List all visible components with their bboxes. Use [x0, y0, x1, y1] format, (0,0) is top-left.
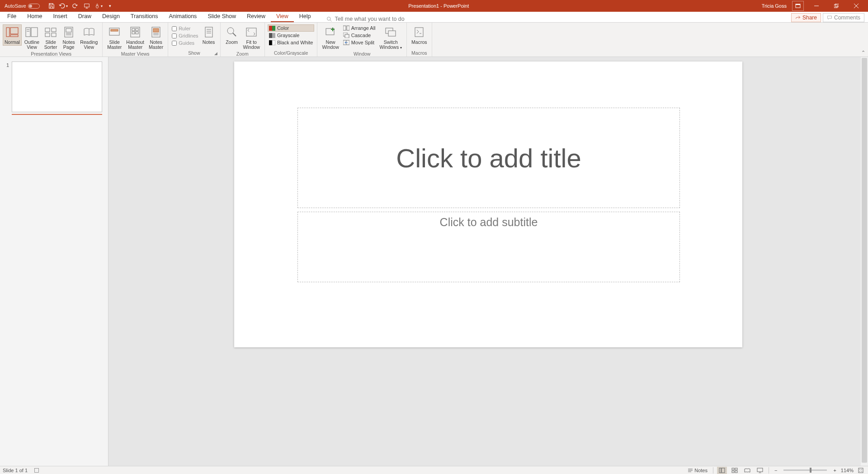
slide-position[interactable]: Slide 1 of 1: [3, 468, 28, 473]
notes-button[interactable]: Notes: [200, 24, 217, 46]
svg-rect-44: [272, 26, 275, 31]
slide-sorter-label: Slide Sorter: [44, 40, 57, 50]
ribbon-display-options-button[interactable]: [792, 1, 804, 11]
slide-thumbnail-panel[interactable]: 1: [0, 57, 108, 466]
slide-master-icon: [108, 25, 121, 39]
macros-label: Macros: [411, 40, 427, 45]
slide-canvas-area[interactable]: Click to add title Click to add subtitle: [108, 57, 868, 466]
scrollbar-thumb[interactable]: [862, 58, 867, 463]
redo-button[interactable]: [70, 1, 80, 11]
title-placeholder[interactable]: Click to add title: [297, 108, 680, 208]
tab-view[interactable]: View: [271, 12, 294, 22]
thumbnail-number: 1: [4, 62, 9, 112]
slide-master-button[interactable]: Slide Master: [105, 24, 123, 51]
tab-file[interactable]: File: [2, 12, 22, 22]
touch-mode-button[interactable]: ▾: [93, 1, 104, 11]
show-dialog-launcher[interactable]: ◢: [214, 51, 219, 56]
divider: [769, 467, 769, 474]
tab-review[interactable]: Review: [241, 12, 271, 22]
grayscale-option[interactable]: Grayscale: [268, 32, 314, 39]
group-color-grayscale: Color Grayscale Black and White Color/Gr…: [265, 23, 317, 57]
zoom-percentage[interactable]: 114%: [841, 468, 854, 473]
notes-toggle-button[interactable]: Notes: [686, 468, 709, 473]
start-from-beginning-button[interactable]: [81, 1, 92, 11]
save-button[interactable]: [46, 1, 57, 11]
tab-transitions[interactable]: Transitions: [125, 12, 164, 22]
account-name[interactable]: Tricia Goss: [762, 3, 787, 9]
svg-rect-66: [722, 468, 725, 473]
cascade-label: Cascade: [351, 33, 371, 38]
slide-sorter-button[interactable]: Slide Sorter: [42, 24, 59, 51]
switch-windows-label: Switch Windows ▾: [380, 40, 402, 50]
zoom-out-button[interactable]: −: [773, 468, 779, 473]
move-split-button[interactable]: Move Split: [342, 39, 377, 46]
tab-animations[interactable]: Animations: [164, 12, 203, 22]
presentation-icon: [84, 3, 90, 9]
slide-thumbnail-1[interactable]: 1: [4, 62, 104, 112]
tell-me-placeholder: Tell me what you want to do: [335, 16, 405, 22]
svg-rect-19: [45, 33, 50, 37]
comments-label: Comments: [834, 14, 860, 21]
color-option[interactable]: Color: [268, 24, 314, 32]
handout-master-button[interactable]: Handout Master: [124, 24, 146, 51]
tab-insert[interactable]: Insert: [48, 12, 73, 22]
comments-button[interactable]: Comments: [823, 13, 864, 22]
svg-rect-28: [132, 28, 135, 31]
zoom-in-button[interactable]: +: [831, 468, 838, 473]
tell-me-search[interactable]: Tell me what you want to do: [326, 16, 405, 22]
notes-page-button[interactable]: Notes Page: [60, 24, 77, 51]
gridlines-checkbox[interactable]: Gridlines: [171, 33, 199, 39]
tab-home[interactable]: Home: [22, 12, 47, 22]
switch-windows-button[interactable]: Switch Windows ▾: [378, 24, 404, 51]
share-button[interactable]: Share: [791, 13, 821, 22]
svg-rect-33: [153, 28, 159, 32]
normal-view-button[interactable]: Normal: [3, 24, 22, 46]
notes-master-button[interactable]: Notes Master: [147, 24, 165, 51]
tab-slideshow[interactable]: Slide Show: [202, 12, 241, 22]
macros-button[interactable]: Macros: [410, 24, 429, 46]
arrange-all-button[interactable]: Arrange All: [342, 24, 377, 32]
guides-checkbox[interactable]: Guides: [171, 40, 199, 46]
svg-rect-47: [269, 40, 272, 45]
outline-view-button[interactable]: Outline View: [23, 24, 41, 51]
close-button[interactable]: [847, 0, 865, 12]
thumbnail-preview[interactable]: [12, 62, 102, 112]
fit-to-window-button[interactable]: Fit to Window: [241, 24, 262, 51]
svg-point-40: [227, 28, 234, 34]
new-window-button[interactable]: New Window: [320, 24, 340, 51]
slide-sorter-icon: [731, 468, 738, 473]
normal-view-statusbar-button[interactable]: [717, 467, 727, 474]
accessibility-checker-button[interactable]: [32, 468, 41, 473]
customize-qat-button[interactable]: ▾: [105, 1, 116, 11]
arrange-all-label: Arrange All: [351, 25, 376, 31]
svg-rect-74: [859, 468, 863, 473]
collapse-ribbon-button[interactable]: ⌃: [861, 50, 865, 56]
undo-button[interactable]: ▾: [58, 1, 69, 11]
zoom-slider[interactable]: [783, 469, 827, 471]
svg-rect-69: [732, 471, 734, 473]
tab-design[interactable]: Design: [97, 12, 125, 22]
reading-view-statusbar-button[interactable]: [742, 467, 752, 474]
tab-help[interactable]: Help: [294, 12, 316, 22]
save-icon: [48, 3, 55, 9]
minimize-button[interactable]: [807, 0, 826, 12]
cascade-button[interactable]: Cascade: [342, 32, 377, 39]
svg-rect-31: [136, 32, 138, 34]
maximize-button[interactable]: [827, 0, 845, 12]
fit-icon: [858, 468, 863, 473]
ruler-checkbox[interactable]: Ruler: [171, 25, 199, 32]
autosave-toggle[interactable]: AutoSave: [5, 3, 40, 9]
zoom-button[interactable]: Zoom: [223, 24, 241, 46]
subtitle-placeholder[interactable]: Click to add subtitle: [297, 212, 680, 282]
fit-to-window-statusbar-button[interactable]: [856, 468, 865, 473]
slide-sorter-statusbar-button[interactable]: [730, 467, 740, 474]
black-white-option[interactable]: Black and White: [268, 39, 314, 46]
reading-view-button[interactable]: Reading View: [78, 24, 99, 51]
search-icon: [326, 16, 332, 22]
guides-label: Guides: [179, 40, 194, 46]
group-macros: Macros Macros: [407, 23, 432, 57]
slideshow-statusbar-button[interactable]: [755, 467, 765, 474]
tab-draw[interactable]: Draw: [73, 12, 97, 22]
vertical-scrollbar[interactable]: [861, 57, 868, 466]
slide[interactable]: Click to add title Click to add subtitle: [234, 62, 742, 347]
